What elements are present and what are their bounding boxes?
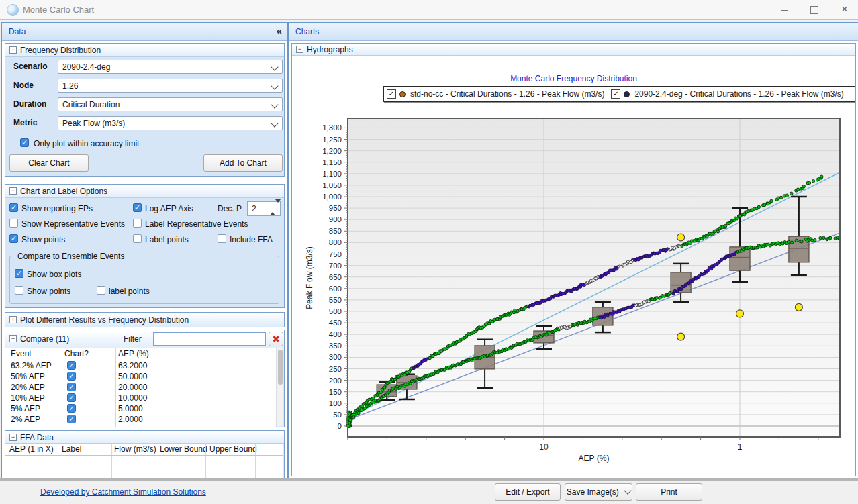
charts-panel-header: Charts: [289, 23, 858, 41]
print-button[interactable]: Print: [636, 483, 702, 501]
svg-text:900: 900: [329, 215, 342, 223]
compare-scrollbar[interactable]: [276, 348, 283, 426]
event-cell: 10% AEP: [11, 393, 45, 403]
filter-label: Filter: [124, 334, 142, 344]
svg-text:700: 700: [329, 262, 342, 270]
svg-text:200: 200: [329, 376, 342, 385]
app-logo-icon: [7, 4, 19, 16]
collapse-section-icon[interactable]: −: [9, 187, 17, 195]
chart-checkbox[interactable]: ✓: [67, 393, 76, 402]
collapse-section-icon[interactable]: −: [9, 434, 17, 441]
developer-link[interactable]: Developed by Catchment Simulation Soluti…: [40, 487, 206, 497]
aep-cell: 10.0000: [118, 393, 147, 403]
filter-input[interactable]: [153, 332, 266, 346]
chevron-down-icon: [271, 63, 278, 70]
column-header[interactable]: Chart?: [64, 349, 89, 358]
aep-cell: 5.0000: [118, 404, 143, 413]
close-button[interactable]: ×: [833, 0, 856, 19]
column-header[interactable]: Event: [11, 349, 32, 358]
svg-text:400: 400: [329, 330, 342, 338]
show-box-plots-checkbox[interactable]: ✓: [15, 269, 23, 278]
column-header[interactable]: AEP (1 in X): [9, 444, 54, 454]
svg-text:550: 550: [329, 296, 342, 304]
show-reporting-eps-label: Show reporting EPs: [21, 204, 93, 213]
collapse-section-icon[interactable]: −: [9, 335, 17, 342]
label-points-checkbox[interactable]: [133, 234, 142, 243]
svg-text:10: 10: [539, 442, 549, 452]
ffa-data-section: − FFA Data AEP (1 in X)LabelFlow (m3/s)L…: [5, 430, 285, 478]
frequency-distribution-chart[interactable]: 0501001502002503003504004505005506006507…: [292, 44, 855, 463]
collapse-panel-button[interactable]: «: [277, 25, 282, 36]
maximize-button[interactable]: [803, 0, 826, 19]
data-panel: Data « − Frequency Distribution Scenario…: [1, 22, 288, 479]
column-header[interactable]: Lower Bound: [160, 444, 207, 454]
clear-filter-button[interactable]: ✖: [269, 332, 283, 346]
save-images-button[interactable]: Save Image(s): [565, 483, 632, 501]
charts-panel-title: Charts: [295, 27, 319, 36]
show-points-checkbox[interactable]: ✓: [9, 234, 18, 243]
svg-text:1,000: 1,000: [322, 193, 342, 201]
aep-cell: 63.2000: [118, 361, 147, 370]
hydrographs-box: − Hydrographs Monte Carlo Frequency Dist…: [291, 43, 856, 476]
maximize-icon: [810, 6, 818, 14]
ensemble-show-points-label: Show points: [27, 287, 70, 296]
outlier-point: [736, 310, 744, 317]
accuracy-limit-checkbox[interactable]: ✓: [20, 138, 29, 147]
svg-text:1: 1: [738, 442, 743, 452]
spinner-arrows[interactable]: [270, 203, 279, 212]
svg-text:500: 500: [329, 307, 342, 315]
ensemble-events-group: [9, 256, 279, 304]
title-bar: Monte Carlo Chart ×: [0, 0, 858, 20]
decimal-places-spinner[interactable]: 2: [247, 201, 281, 216]
include-ffa-label: Include FFA: [230, 235, 273, 244]
ensemble-events-group-title: Compare to Ensemble Events: [15, 252, 127, 261]
node-dropdown[interactable]: 1.26: [58, 79, 283, 93]
show-representative-events-checkbox[interactable]: [9, 219, 18, 228]
column-header[interactable]: Upper Bound: [209, 444, 257, 454]
chart-checkbox[interactable]: ✓: [67, 361, 76, 370]
chart-checkbox[interactable]: ✓: [67, 372, 76, 381]
svg-text:800: 800: [329, 238, 342, 246]
ensemble-label-points-checkbox[interactable]: [97, 286, 105, 295]
ensemble-show-points-checkbox[interactable]: [15, 286, 23, 295]
svg-text:1,100: 1,100: [322, 170, 342, 178]
column-header[interactable]: Flow (m3/s): [114, 444, 156, 454]
event-cell: 20% AEP: [11, 383, 45, 392]
duration-dropdown[interactable]: Critical Duration: [58, 97, 283, 111]
data-panel-title: Data: [9, 27, 26, 36]
footer-divider: [0, 478, 858, 481]
spin-up-icon[interactable]: [270, 203, 275, 215]
chart-checkbox[interactable]: ✓: [67, 404, 76, 413]
include-ffa-checkbox[interactable]: [218, 234, 226, 243]
collapse-section-icon[interactable]: −: [9, 46, 17, 54]
add-to-chart-button[interactable]: Add To Chart: [203, 154, 283, 172]
expand-section-icon[interactable]: +: [9, 316, 17, 323]
chart-checkbox[interactable]: ✓: [67, 415, 76, 423]
svg-text:1,200: 1,200: [322, 147, 342, 155]
column-header[interactable]: AEP (%): [118, 349, 149, 358]
clear-chart-button[interactable]: Clear Chart: [9, 154, 89, 172]
metric-dropdown[interactable]: Peak Flow (m3/s): [58, 116, 283, 130]
edit-export-button[interactable]: Edit / Export: [495, 483, 561, 501]
accuracy-limit-label: Only plot within accuracy limit: [34, 139, 139, 148]
chevron-down-icon: [271, 101, 278, 108]
svg-text:100: 100: [329, 399, 342, 407]
compare-scrollbar-thumb[interactable]: [278, 350, 283, 385]
column-header[interactable]: Label: [62, 444, 81, 454]
log-aep-axis-checkbox[interactable]: ✓: [133, 203, 142, 212]
svg-text:150: 150: [329, 388, 342, 396]
chevron-down-icon: [271, 82, 278, 89]
label-representative-events-checkbox[interactable]: [133, 219, 142, 228]
chart-checkbox[interactable]: ✓: [67, 383, 76, 391]
ensemble-label-points-label: label points: [109, 287, 150, 296]
scenario-dropdown[interactable]: 2090-2.4-deg: [58, 60, 283, 74]
minimize-icon: [781, 10, 788, 11]
minimize-button[interactable]: [773, 0, 796, 19]
compare-title: Compare (11): [20, 334, 69, 344]
dropdown-value: 2090-2.4-deg: [62, 62, 110, 72]
spin-down-icon[interactable]: [275, 199, 281, 212]
show-reporting-eps-checkbox[interactable]: ✓: [9, 203, 18, 212]
outlier-point: [677, 333, 685, 340]
close-icon: ×: [841, 3, 848, 15]
aep-cell: 50.0000: [118, 372, 147, 381]
